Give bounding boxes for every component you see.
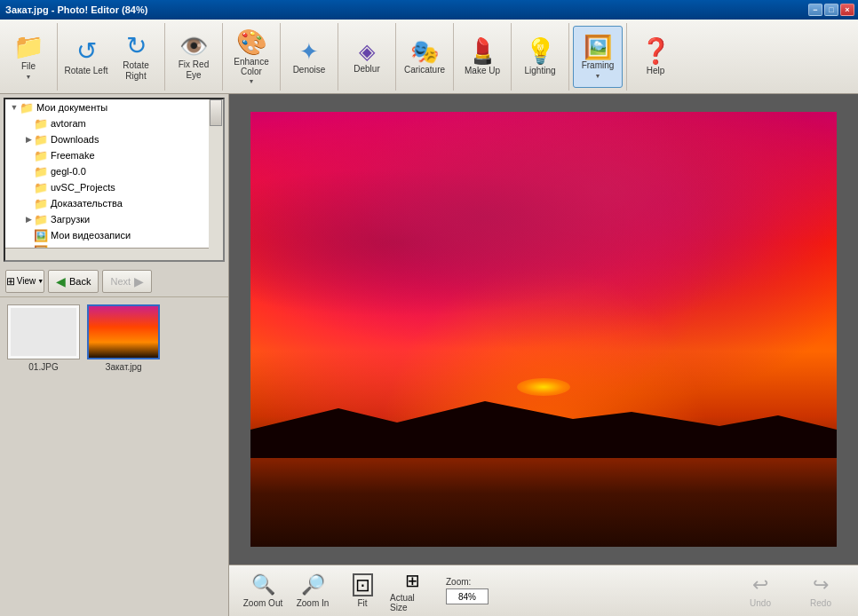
actual-size-button[interactable]: ⊞ Actual Size: [389, 572, 435, 611]
image-canvas: [229, 94, 858, 565]
file-dropdown-arrow: ▼: [26, 74, 32, 80]
window-controls: − □ ×: [808, 4, 854, 16]
view-button[interactable]: ⊞ View ▼: [5, 270, 44, 293]
actual-size-label: Actual Size: [390, 593, 434, 612]
tree-item-avtoram[interactable]: 📁 avtoram: [5, 115, 209, 131]
help-group: ❓ Help: [631, 23, 684, 91]
folder-icon: 🖼️: [34, 229, 48, 242]
thumb-blank-img: [11, 308, 76, 356]
zoom-value-input[interactable]: [446, 588, 489, 604]
help-icon: ❓: [640, 39, 671, 64]
rotate-left-button[interactable]: ↺ Rotate Left: [61, 26, 111, 88]
tree-label: avtoram: [51, 118, 86, 129]
back-button[interactable]: ◀ Back: [48, 270, 99, 293]
denoise-label: Denoise: [293, 65, 326, 75]
expand-icon: ▼: [9, 103, 20, 112]
red-eye-group: 👁️ Fix Red Eye: [169, 23, 223, 91]
zoom-out-button[interactable]: 🔍 Zoom Out: [240, 572, 286, 611]
redo-icon: ↪: [813, 573, 829, 596]
app-title: Закат.jpg - Photo! Editor (84%): [5, 4, 147, 15]
lighting-icon: 💡: [525, 39, 556, 64]
framing-label: Framing: [582, 60, 615, 71]
lighting-button[interactable]: 💡 Lighting: [515, 26, 565, 88]
folder-icon: 📁: [34, 181, 48, 194]
tree-item-video[interactable]: 🖼️ Мои видеозаписи: [5, 227, 209, 243]
zoom-in-icon: 🔎: [301, 573, 325, 596]
rotate-group: ↺ Rotate Left ↻ Rotate Right: [61, 23, 165, 91]
folder-icon: 📁: [34, 165, 48, 178]
tree-label: uvSC_Projects: [51, 182, 115, 193]
enhance-color-label: EnhanceColor: [234, 57, 268, 76]
file-label: File: [21, 61, 36, 72]
fix-red-eye-button[interactable]: 👁️ Fix Red Eye: [169, 26, 218, 88]
tree-item-uvsc[interactable]: 📁 uvSC_Projects: [5, 179, 209, 195]
fix-red-eye-label: Fix Red Eye: [171, 59, 216, 81]
zoom-out-icon: 🔍: [251, 573, 275, 596]
deblur-button[interactable]: ◈ Deblur: [342, 26, 392, 88]
zoom-in-button[interactable]: 🔎 Zoom In: [290, 572, 336, 611]
enhance-dropdown-arrow: ▼: [249, 78, 255, 84]
denoise-button[interactable]: ✦ Denoise: [284, 26, 334, 88]
file-tree[interactable]: ▼ 📁 Мои документы 📁 avtoram ▶ 📁 Download…: [4, 98, 225, 262]
tree-scrollthumb[interactable]: [210, 99, 222, 126]
makeup-group: 💄 Make Up: [457, 23, 512, 91]
tree-item-freemake[interactable]: 📁 Freemake: [5, 147, 209, 163]
title-bar: Закат.jpg - Photo! Editor (84%) − □ ×: [0, 0, 858, 20]
minimize-button[interactable]: −: [808, 4, 822, 16]
zoom-label-text: Zoom:: [446, 577, 489, 587]
back-label: Back: [69, 276, 91, 287]
rotate-right-button[interactable]: ↻ Rotate Right: [111, 26, 161, 88]
undo-button[interactable]: ↩ Undo: [734, 572, 787, 611]
file-button[interactable]: 📁 File ▼: [4, 26, 53, 88]
make-up-label: Make Up: [465, 66, 500, 76]
enhance-group: 🎨 EnhanceColor ▼: [226, 23, 281, 91]
sun-glow: [517, 378, 570, 396]
next-button[interactable]: Next ▶: [102, 270, 152, 293]
file-icon: 📁: [13, 35, 44, 59]
redo-label: Redo: [810, 598, 831, 608]
bottom-toolbar: 🔍 Zoom Out 🔎 Zoom In ⊡ Fit ⊞ Actual Size…: [229, 565, 858, 616]
folder-icon: 📁: [34, 117, 48, 130]
close-button[interactable]: ×: [840, 4, 854, 16]
rotate-right-label: Rotate Right: [114, 60, 158, 82]
help-label: Help: [647, 66, 665, 76]
thumb-label-01jpg: 01.JPG: [28, 362, 58, 372]
tree-item-zagruzki[interactable]: ▶ 📁 Загрузки: [5, 211, 209, 227]
thumbnail-zakatjpg[interactable]: Закат.jpg: [87, 304, 160, 372]
maximize-button[interactable]: □: [824, 4, 838, 16]
help-button[interactable]: ❓ Help: [631, 26, 680, 88]
tree-label: gegl-0.0: [51, 166, 86, 177]
tree-item-dok[interactable]: 📁 Доказательства: [5, 195, 209, 211]
tree-item-gegl[interactable]: 📁 gegl-0.0: [5, 163, 209, 179]
thumb-frame-zakatjpg: [87, 304, 160, 359]
framing-button[interactable]: 🖼️ Framing ▼: [573, 26, 623, 88]
nav-bar: ⊞ View ▼ ◀ Back Next ▶: [0, 265, 228, 297]
tree-scrollbar[interactable]: [209, 99, 223, 260]
fix-red-eye-icon: 👁️: [179, 35, 208, 58]
rotate-left-icon: ↺: [76, 39, 97, 64]
thumbnails-panel: 01.JPG Закат.jpg: [0, 297, 228, 616]
undo-redo-group: ↩ Undo ↪ Redo: [734, 572, 847, 611]
actual-size-icon: ⊞: [405, 570, 420, 591]
view-dropdown-arrow: ▼: [37, 278, 44, 284]
thumb-frame-01jpg: [7, 304, 80, 359]
tree-label: Freemake: [51, 150, 95, 161]
thumbnail-01jpg[interactable]: 01.JPG: [7, 304, 80, 372]
zoom-out-label: Zoom Out: [243, 598, 282, 608]
tree-item-downloads[interactable]: ▶ 📁 Downloads: [5, 131, 209, 147]
framing-group: 🖼️ Framing ▼: [573, 23, 627, 91]
rotate-left-label: Rotate Left: [65, 66, 108, 76]
enhance-color-button[interactable]: 🎨 EnhanceColor ▼: [226, 26, 276, 88]
folder-icon: 📁: [34, 149, 48, 162]
make-up-button[interactable]: 💄 Make Up: [457, 26, 507, 88]
left-panel: ▼ 📁 Мои документы 📁 avtoram ▶ 📁 Download…: [0, 94, 229, 616]
fit-button[interactable]: ⊡ Fit: [339, 572, 385, 611]
redo-button[interactable]: ↪ Redo: [794, 572, 847, 611]
tree-root[interactable]: ▼ 📁 Мои документы: [5, 99, 209, 115]
caricature-button[interactable]: 🎭 Caricature: [400, 26, 449, 88]
water-reflection: [250, 458, 837, 547]
tree-label: Мои видеозаписи: [51, 230, 131, 241]
tree-label: Загрузки: [51, 214, 90, 225]
tree-hscroll[interactable]: [5, 248, 209, 260]
zoom-input-group: Zoom:: [446, 577, 489, 604]
